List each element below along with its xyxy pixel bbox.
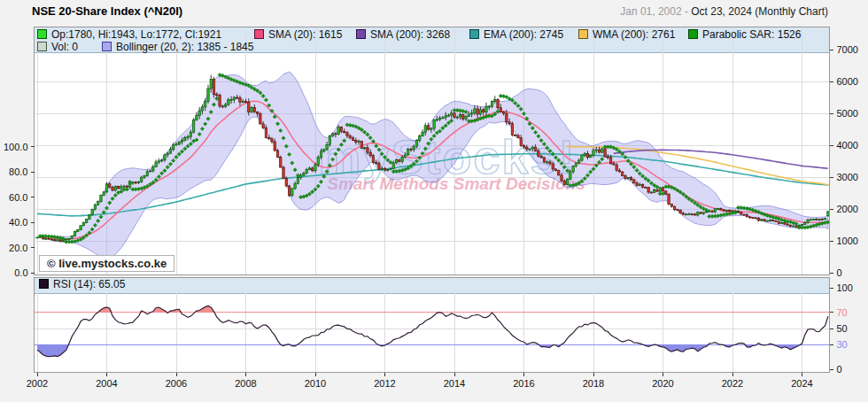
sma200-legend-label: SMA (200): 3268	[370, 28, 450, 41]
price-tick-label: 6000	[837, 76, 858, 87]
price-chart-canvas: myStocks!Smart Methods Smart Decisions01…	[0, 0, 868, 402]
date-range-end: Oct 23, 2024 (Monthly Chart)	[691, 5, 828, 18]
price-tick-label: 1000	[837, 236, 858, 246]
legend-item-sma200: SMA (200): 3268	[356, 28, 450, 40]
watermark-tagline: Smart Methods Smart Decisions	[327, 174, 585, 193]
sma20-legend-label: SMA (20): 1615	[268, 28, 342, 41]
legend-item-bollinger: Bollinger (20, 2): 1385 - 1845	[102, 41, 253, 52]
ema200-legend-label: EMA (200): 2745	[484, 28, 563, 41]
year-tick-label: 2012	[374, 378, 395, 389]
rsi-legend-band	[35, 278, 830, 294]
date-range-start: Jan 01, 2002 -	[620, 5, 691, 18]
date-range: Jan 01, 2002 - Oct 23, 2024 (Monthly Cha…	[620, 5, 828, 18]
rsi-swatch	[39, 279, 49, 289]
rsi-tick-label: 0	[837, 364, 842, 375]
year-tick-label: 2024	[791, 378, 812, 389]
year-tick-label: 2016	[513, 378, 534, 389]
year-tick-label: 2008	[235, 378, 256, 389]
year-tick-label: 2022	[722, 378, 743, 389]
psar-swatch	[688, 29, 698, 39]
rsi-tick-label: 70	[837, 307, 848, 318]
price-tick-label: 3000	[837, 172, 858, 182]
year-tick-label: 2018	[583, 378, 604, 389]
rsi-legend-label: RSI (14): 65.05	[53, 278, 125, 290]
rsi-axis-labels: 1007050300	[830, 282, 853, 375]
pct-tick-label: 100.0	[4, 142, 28, 152]
legend-item-volume: Vol: 0	[37, 41, 78, 52]
price-tick-label: 0	[837, 267, 842, 278]
legend-item-ema200: EMA (200): 2745	[469, 28, 563, 40]
year-tick-label: 2006	[166, 378, 187, 389]
price-tick-label: 5000	[837, 108, 858, 119]
year-tick-label: 2010	[305, 378, 326, 389]
year-tick-label: 2002	[27, 378, 48, 389]
copyright-badge: © live.mystocks.co.ke	[39, 255, 174, 272]
wma200-legend-label: WMA (200): 2761	[593, 28, 675, 41]
ohlc-legend-label: Op:1780, Hi:1943, Lo:1772, Cl:1921	[51, 28, 221, 41]
legend-item-ohlc: Op:1780, Hi:1943, Lo:1772, Cl:1921	[37, 28, 221, 40]
rsi-tick-label: 30	[837, 339, 848, 350]
price-tick-label: 4000	[837, 140, 858, 151]
year-tick-label: 2004	[96, 378, 117, 389]
rsi-tick-label: 50	[837, 323, 848, 334]
wma200-swatch	[578, 29, 588, 39]
ohlc-swatch	[37, 29, 47, 39]
year-tick-label: 2020	[652, 378, 673, 389]
volume-swatch	[37, 42, 47, 51]
psar-legend-label: Parabolic SAR: 1526	[702, 28, 801, 41]
legend-item-sma20: SMA (20): 1615	[254, 28, 342, 40]
chart-page: myStocks!Smart Methods Smart Decisions01…	[0, 0, 868, 402]
pct-tick-label: 40.0	[9, 217, 27, 228]
pct-tick-label: 0.0	[14, 267, 27, 278]
price-tick-label: 2000	[837, 204, 858, 214]
pct-tick-label: 80.0	[9, 166, 27, 177]
ema200-swatch	[469, 29, 479, 39]
rsi-tick-label: 100	[837, 282, 853, 293]
pct-tick-label: 60.0	[9, 192, 27, 203]
volume-legend-label: Vol: 0	[51, 41, 78, 53]
bollinger-legend-label: Bollinger (20, 2): 1385 - 1845	[116, 41, 253, 53]
rsi-legend: RSI (14): 65.05	[39, 278, 125, 290]
year-tick-label: 2014	[444, 378, 465, 389]
legend-item-wma200: WMA (200): 2761	[578, 28, 675, 40]
sma20-swatch	[254, 29, 264, 39]
page-title: NSE 20-Share Index (^N20I)	[32, 4, 182, 18]
sma200-swatch	[356, 29, 366, 39]
bollinger-swatch	[102, 42, 112, 51]
year-axis-labels: 2002200420062008201020122014201620182020…	[27, 373, 813, 389]
legend-item-psar: Parabolic SAR: 1526	[688, 28, 801, 40]
pct-tick-label: 20.0	[9, 243, 27, 253]
price-tick-label: 7000	[837, 44, 858, 55]
